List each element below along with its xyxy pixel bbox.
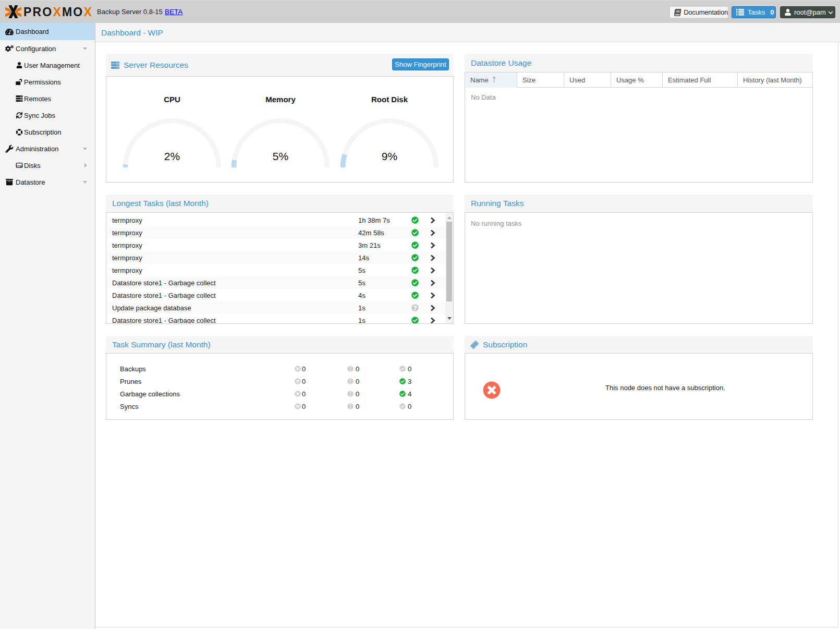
svg-text:2%: 2% xyxy=(164,150,180,162)
svg-text:9%: 9% xyxy=(382,150,397,162)
svg-text:5%: 5% xyxy=(273,150,288,162)
